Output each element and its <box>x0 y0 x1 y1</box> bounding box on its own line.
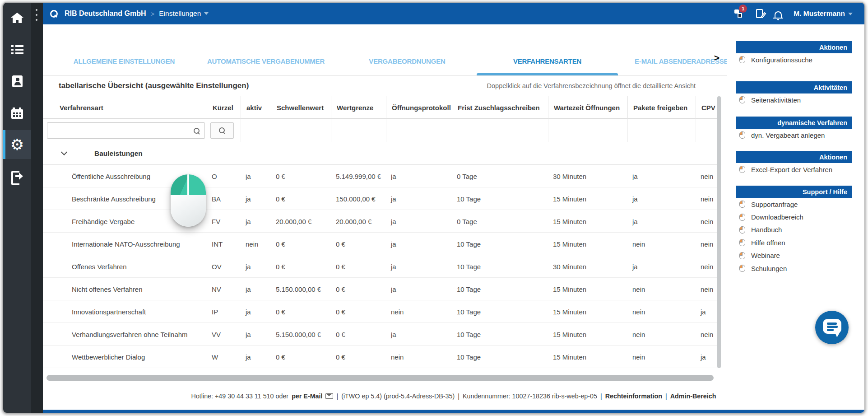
footer-text: | <box>600 393 602 400</box>
cell-wartezeit-öffnungen: 15 Minuten <box>548 187 627 210</box>
table-row-freihändige-vergabe[interactable]: Freihändige VergabeFVja20.000,00 €20.000… <box>43 210 721 233</box>
column-header-wartezeit-öffnungen: Wartezeit Öffnungen <box>548 96 627 119</box>
cell-frist-zuschlagsschreiben: 0 Tage <box>451 165 548 187</box>
cell-aktiv: nein <box>240 233 270 255</box>
breadcrumb-caret-icon[interactable] <box>204 12 209 15</box>
tab-vergabeordnungen[interactable]: VERGABEORDNUNGEN <box>351 46 464 76</box>
group-row-bauleistungen[interactable]: Bauleistungen <box>43 142 721 165</box>
sidebar-item-list[interactable] <box>3 35 31 64</box>
bell-icon[interactable] <box>775 11 782 18</box>
sidebar: ⚙ <box>3 3 31 413</box>
verfahrensart-filter-field[interactable] <box>51 125 186 136</box>
sidebar-item-contacts[interactable] <box>3 67 31 96</box>
tab-allgemeine-einstellungen[interactable]: ALLGEMEINE EINSTELLUNGEN <box>68 46 181 76</box>
panel-item-label: Konfigurationssuche <box>751 56 812 64</box>
footer: Hotline: +49 30 44 33 11 510 oderper E-M… <box>43 389 864 403</box>
kebab-menu-icon[interactable] <box>36 9 38 24</box>
panel-item-label: Handbuch <box>751 226 782 234</box>
panel-item-webinare[interactable]: Webinare <box>736 249 852 262</box>
cell-pakete-freigeben: ja <box>627 255 695 278</box>
footer-link-per-e-mail[interactable]: per E-Mail <box>292 393 322 400</box>
panel-item-label: Seitenaktivitäten <box>751 96 801 104</box>
column-header-frist-zuschlagsschreiben: Frist Zuschlagsschreiben <box>452 96 548 119</box>
sidebar-item-calendar[interactable] <box>3 98 31 127</box>
panel-item-handbuch[interactable]: Handbuch <box>736 224 852 236</box>
cell-kürzel: OV <box>206 255 240 278</box>
cell-aktiv: ja <box>240 323 270 346</box>
calendar-icon <box>11 108 23 119</box>
panel-section-aktionen-3: AktionenExcel-Export der Verfahren <box>736 151 852 176</box>
filter-cell-frist-zuschlagsschreiben <box>452 119 548 142</box>
cell-wertgrenze: 0 € <box>330 300 385 323</box>
panel-item-schulungen[interactable]: Schulungen <box>736 262 852 275</box>
panel-section-header: Support / Hilfe <box>736 186 852 198</box>
actions-panel: AktionenKonfigurationssucheAktivitätenSe… <box>736 24 852 341</box>
table-row-internationale-nato-ausschreibung[interactable]: Internationale NATO-AusschreibungINTnein… <box>43 233 721 255</box>
user-menu[interactable]: M. Mustermann <box>794 9 853 18</box>
panel-item-hilfe-öffnen[interactable]: Hilfe öffnen <box>736 236 852 249</box>
breadcrumb-current[interactable]: Einstellungen <box>159 9 201 18</box>
mouse-icon <box>739 265 745 272</box>
filter-cell-öffnungsprotokoll <box>386 119 452 142</box>
cell-pakete-freigeben: ja <box>627 210 695 233</box>
table-row-innovationspartnerschaft[interactable]: InnovationspartnerschaftIPja0 €0 €nein10… <box>43 300 721 323</box>
panel-section-header: Aktivitäten <box>736 81 852 93</box>
list-icon <box>11 45 23 55</box>
footer-link-rechteinformation[interactable]: Rechteinformation <box>605 393 662 400</box>
kuerzel-filter-button[interactable] <box>210 122 234 139</box>
panel-section-support-hilfe-4: Support / HilfeSupportanfrageDownloadber… <box>736 186 852 275</box>
sidebar-item-home[interactable] <box>3 4 31 33</box>
cell-pakete-freigeben: nein <box>627 278 695 300</box>
cell-schwellenwert: 0 € <box>270 187 330 210</box>
tab-automatische-vergabenummer[interactable]: AUTOMATISCHE VERGABENUMMER <box>209 46 322 76</box>
apps-icon[interactable]: 1 <box>734 9 744 19</box>
verfahrensart-filter-input[interactable] <box>47 122 205 139</box>
footer-link-admin-bereich[interactable]: Admin-Bereich <box>670 393 716 400</box>
panel-item-label: dyn. Vergabeart anlegen <box>751 131 825 139</box>
cell-kürzel: VV <box>206 323 240 346</box>
cell-kürzel: IP <box>206 300 240 323</box>
tab-scroll-right-arrow[interactable]: > <box>711 51 723 65</box>
cell-wertgrenze: 5.149.999,00 € <box>330 165 385 187</box>
panel-item-dyn-vergabeart-anlegen[interactable]: dyn. Vergabeart anlegen <box>736 129 852 141</box>
panel-item-seitenaktivitäten[interactable]: Seitenaktivitäten <box>736 93 852 106</box>
sidebar-item-settings[interactable]: ⚙ <box>3 130 31 159</box>
cell-verfahrensart: Innovationspartnerschaft <box>43 300 206 323</box>
panel-item-excel-export-der-verfahren[interactable]: Excel-Export der Verfahren <box>736 163 852 176</box>
cell-aktiv: ja <box>240 187 270 210</box>
search-icon[interactable] <box>50 10 57 17</box>
table-row-öffentliche-ausschreibung[interactable]: Öffentliche AusschreibungOja0 €5.149.999… <box>43 165 721 187</box>
sidebar-strip <box>31 3 43 413</box>
feedback-note-icon[interactable] <box>756 9 763 18</box>
panel-section-header: dynamische Verfahren <box>736 117 852 129</box>
table-row-offenes-verfahren[interactable]: Offenes VerfahrenOVja0 €0 €ja10 Tage30 M… <box>43 255 721 278</box>
panel-item-label: Webinare <box>751 252 780 259</box>
filter-cell-kürzel <box>207 119 241 142</box>
search-icon[interactable] <box>194 128 200 134</box>
table-row-verhandlungsverfahren-ohne-teilnahm[interactable]: Verhandlungsverfahren ohne TeilnahmVVja5… <box>43 323 721 346</box>
cell-aktiv: ja <box>240 278 270 300</box>
footer-text: | <box>458 393 460 400</box>
vertical-scrollbar[interactable] <box>717 96 721 368</box>
table-row-beschränkte-ausschreibung[interactable]: Beschränkte AusschreibungBAja0 €150.000,… <box>43 187 721 210</box>
mouse-icon <box>739 56 745 63</box>
panel-item-supportanfrage[interactable]: Supportanfrage <box>736 198 852 210</box>
table-title-row: tabellarische Übersicht (ausgewählte Ein… <box>43 76 727 96</box>
panel-section-aktionen-0: AktionenKonfigurationssuche <box>736 41 852 66</box>
cell-aktiv: ja <box>240 255 270 278</box>
home-icon <box>11 13 23 23</box>
chevron-down-icon[interactable] <box>61 149 67 155</box>
chat-button[interactable] <box>815 311 849 344</box>
tab-verfahrensarten[interactable]: VERFAHRENSARTEN <box>477 46 618 76</box>
table-row-nicht-offenes-verfahren[interactable]: Nicht offenes VerfahrenNVja5.150.000,00 … <box>43 278 721 300</box>
sidebar-item-logout[interactable] <box>3 162 31 191</box>
panel-item-downloadbereich[interactable]: Downloadbereich <box>736 210 852 223</box>
table-row-wettbewerblicher-dialog[interactable]: Wettbewerblicher DialogWja0 €0 €nein10 T… <box>43 346 721 368</box>
panel-item-konfigurationssuche[interactable]: Konfigurationssuche <box>736 53 852 66</box>
cell-pakete-freigeben: nein <box>627 300 695 323</box>
notification-badge: 1 <box>739 5 747 13</box>
horizontal-scrollbar[interactable] <box>46 375 714 381</box>
cell-wertgrenze: 0 € <box>330 255 385 278</box>
cell-pakete-freigeben: nein <box>627 233 695 255</box>
cell-wertgrenze: 0 € <box>330 323 385 346</box>
